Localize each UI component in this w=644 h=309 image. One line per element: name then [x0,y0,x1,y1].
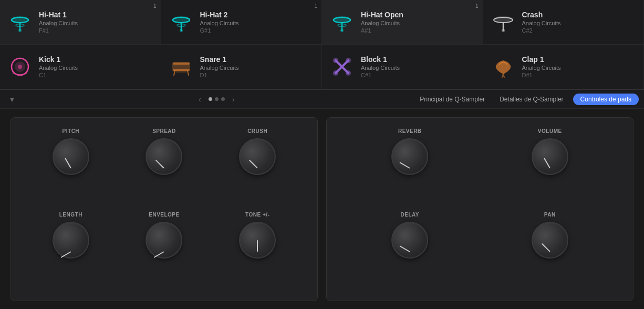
svg-line-27 [188,71,189,75]
svg-point-21 [18,65,22,69]
pad-badge-hihat1: 1 [153,3,157,9]
pad-badge-hihatopen: 1 [475,3,479,9]
knob-label-pan: PAN [544,212,556,218]
knob-pan[interactable] [532,222,568,259]
nav-dots [209,97,225,101]
knob-group-volume: VOLUME [483,128,618,207]
svg-point-8 [180,29,183,32]
tab-controles[interactable]: Controles de pads [573,94,639,105]
knob-label-tone: TONE +/- [245,212,269,218]
pad-sub-hihat1: Analog Circuits [39,20,78,26]
svg-point-34 [346,70,351,76]
pad-name-snare1: Snare 1 [200,55,239,64]
pad-note-hihat1: F#1 [39,27,78,34]
knob-group-delay: DELAY [342,212,477,290]
knob-group-reverb: REVERB [342,128,477,207]
knob-tone[interactable] [239,222,276,259]
knob-spread[interactable] [146,138,182,175]
pad-note-hihatopen: A#1 [361,27,403,34]
pad-name-clap1: Clap 1 [522,55,561,64]
pad-sub-block1: Analog Circuits [361,65,400,71]
knob-envelope[interactable] [146,222,182,259]
left-controls-panel: PITCH SPREAD CRUSH LENGTH ENVELOPE TONE … [11,117,318,301]
pad-icon-hihat2 [169,9,194,35]
svg-point-32 [346,58,351,63]
pad-hihat2[interactable]: 1 Hi-Hat 2 Analog Circuits G#1 [161,0,323,45]
pad-note-snare1: D1 [200,72,239,78]
knob-label-length: LENGTH [59,212,82,218]
pad-name-kick1: Kick 1 [39,55,78,64]
svg-point-3 [18,29,22,32]
knob-group-length: LENGTH [27,212,115,290]
nav-dot-3[interactable] [221,97,225,101]
knob-label-spread: SPREAD [152,128,176,134]
pad-grid: 1 Hi-Hat 1 Analog Circuits F#1 1 Hi-Hat … [0,0,644,90]
pad-name-hihat1: Hi-Hat 1 [39,11,78,19]
pad-clap1[interactable]: Clap 1 Analog Circuits D#1 [483,45,645,89]
nav-next-button[interactable]: › [229,93,238,106]
knob-reverb[interactable] [391,138,428,175]
knob-delay[interactable] [391,222,428,259]
svg-point-6 [173,16,190,22]
pad-sub-snare1: Analog Circuits [200,65,239,71]
knob-label-crush: CRUSH [247,128,267,134]
knob-group-spread: SPREAD [120,128,209,207]
svg-point-33 [333,70,338,76]
pad-sub-hihatopen: Analog Circuits [361,20,403,26]
svg-point-31 [333,58,338,63]
svg-point-18 [502,29,505,32]
pad-icon-clap1 [491,54,516,79]
knob-pitch[interactable] [53,138,89,175]
knob-length[interactable] [53,222,89,259]
pad-icon-hihatopen [329,9,355,35]
pad-sub-hihat2: Analog Circuits [200,20,239,26]
nav-dot-1[interactable] [209,97,212,101]
pad-kick1[interactable]: Kick 1 Analog Circuits C1 [0,45,161,89]
pad-note-hihat2: G#1 [200,27,239,34]
svg-line-26 [174,71,175,75]
knob-crush[interactable] [239,138,276,175]
knob-label-envelope: ENVELOPE [149,212,179,218]
pad-block1[interactable]: Block 1 Analog Circuits C#1 [322,45,483,89]
pad-note-kick1: C1 [39,72,78,78]
knob-label-volume: VOLUME [538,128,562,134]
right-controls-panel: REVERB VOLUME DELAY PAN [326,117,633,301]
pad-hihatopen[interactable]: 1 Hi-Hat Open Analog Circuits A#1 [322,0,483,45]
pad-crash[interactable]: Crash Analog Circuits C#2 [483,0,645,45]
svg-point-13 [340,29,344,32]
knob-label-reverb: REVERB [398,128,422,134]
tab-detalles[interactable]: Detalles de Q-Sampler [494,94,568,105]
knob-group-envelope: ENVELOPE [120,212,209,290]
pad-icon-block1 [329,54,355,79]
pad-name-block1: Block 1 [361,55,400,64]
pad-sub-crash: Analog Circuits [522,20,561,26]
pad-icon-snare1 [169,54,194,79]
controls-area: PITCH SPREAD CRUSH LENGTH ENVELOPE TONE … [0,109,644,309]
nav-prev-button[interactable]: ‹ [195,93,204,106]
knob-group-tone: TONE +/- [213,212,302,290]
knob-group-crush: CRUSH [213,128,302,207]
pad-icon-kick1 [7,54,33,79]
nav-bar: ▼ ‹ › Principal de Q-Sampler Detalles de… [0,90,644,109]
pad-name-hihatopen: Hi-Hat Open [361,11,403,19]
pad-note-crash: C#2 [522,27,561,34]
knob-group-pan: PAN [483,212,618,290]
knob-label-pitch: PITCH [63,128,80,134]
tab-principal[interactable]: Principal de Q-Sampler [414,94,490,105]
pad-note-clap1: D#1 [522,72,561,78]
pad-hihat1[interactable]: 1 Hi-Hat 1 Analog Circuits F#1 [0,0,161,45]
pad-name-crash: Crash [522,11,561,19]
knob-volume[interactable] [532,138,568,175]
nav-dot-2[interactable] [215,97,219,101]
pad-note-block1: C#1 [361,72,400,78]
pad-name-hihat2: Hi-Hat 2 [200,11,239,19]
pad-icon-crash [491,9,516,35]
svg-rect-24 [173,63,190,65]
knob-group-pitch: PITCH [27,128,115,207]
svg-point-1 [12,16,28,22]
pad-snare1[interactable]: Snare 1 Analog Circuits D1 [161,45,323,89]
knob-label-delay: DELAY [401,212,419,218]
pad-icon-hihat1 [7,9,33,35]
nav-down-icon[interactable]: ▼ [5,93,19,106]
pad-badge-hihat2: 1 [314,3,317,9]
